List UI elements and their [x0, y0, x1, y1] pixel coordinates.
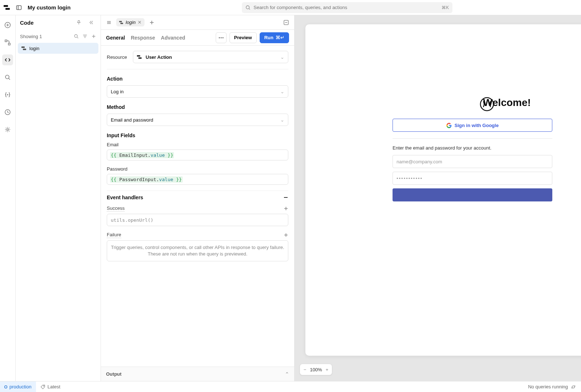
svg-rect-9 — [5, 40, 7, 42]
preview-logo-icon — [480, 97, 494, 111]
chevron-up-icon: ⌃ — [285, 371, 289, 377]
subtab-advanced[interactable]: Advanced — [161, 35, 185, 41]
left-rail — [0, 15, 16, 381]
editor-subtabs: General Response Advanced Preview Run⌘↵ — [101, 30, 294, 46]
divider — [393, 138, 552, 139]
success-handler-input[interactable]: utils.openUrl() — [107, 214, 288, 226]
svg-rect-2 — [17, 5, 21, 9]
svg-point-11 — [5, 75, 9, 79]
collapse-event-handlers-icon[interactable] — [283, 195, 288, 200]
svg-point-47 — [43, 385, 44, 386]
zoom-value: 100% — [310, 367, 322, 372]
email-label: Email — [107, 142, 288, 147]
run-button[interactable]: Run⌘↵ — [260, 32, 289, 43]
rail-search-icon[interactable] — [2, 72, 13, 83]
input-fields-label: Input Fields — [107, 132, 288, 138]
svg-point-4 — [246, 5, 249, 9]
close-tab-icon[interactable]: ✕ — [138, 20, 142, 25]
code-add-icon[interactable] — [91, 34, 96, 39]
editor-panel: login ✕ General Response Advanced Previe… — [101, 15, 294, 381]
code-panel-header: Code — [16, 15, 101, 30]
code-list: login — [16, 43, 101, 54]
code-item-login[interactable]: login — [18, 43, 98, 54]
rail-data-icon[interactable] — [2, 89, 13, 100]
pin-icon[interactable] — [74, 17, 84, 28]
preview-email-input[interactable]: name@company.com — [393, 155, 552, 168]
svg-point-17 — [74, 34, 77, 37]
resource-icon — [137, 55, 142, 59]
panel-toggle-icon[interactable] — [14, 3, 24, 13]
editor-tab-label: login — [126, 20, 135, 25]
code-panel-title: Code — [20, 20, 34, 26]
resource-select[interactable]: User Action ⌄ — [133, 51, 288, 63]
search-input[interactable] — [253, 5, 439, 10]
svg-rect-30 — [121, 23, 123, 24]
svg-rect-25 — [23, 49, 26, 50]
more-actions-button[interactable] — [216, 32, 227, 43]
preview-frame: Welcome! Sign in with Google Enter the e… — [305, 24, 581, 356]
success-label: Success — [107, 205, 125, 212]
preview-password-input[interactable]: ••••••••••• — [393, 172, 552, 185]
refresh-icon[interactable] — [571, 384, 576, 389]
failure-handler-placeholder[interactable]: Trigger queries, control components, or … — [107, 240, 288, 261]
google-icon — [446, 123, 452, 128]
topbar-left: My custom login — [4, 3, 70, 13]
action-select[interactable]: Log in ⌄ — [107, 85, 288, 98]
zoom-out-icon[interactable]: − — [304, 367, 306, 372]
version-latest[interactable]: Latest — [36, 384, 65, 389]
add-tab-icon[interactable] — [147, 17, 157, 28]
svg-point-36 — [220, 37, 222, 38]
google-signin-button[interactable]: Sign in with Google — [393, 119, 552, 132]
editor-tabs: login ✕ — [101, 15, 294, 30]
subtab-response[interactable]: Response — [131, 35, 155, 41]
email-expression-input[interactable]: {{ EmailInput.value }} — [107, 150, 288, 160]
resource-label: Resource — [107, 54, 129, 60]
rail-settings-icon[interactable] — [2, 124, 13, 135]
collapse-editor-icon[interactable] — [281, 17, 291, 28]
rail-history-icon[interactable] — [2, 107, 13, 118]
svg-point-45 — [480, 98, 493, 111]
tag-icon — [40, 384, 45, 389]
output-bar[interactable]: Output ⌃ — [101, 367, 294, 381]
svg-rect-1 — [5, 8, 10, 10]
collapse-left-icon[interactable] — [86, 17, 96, 28]
code-panel-sub: Showing 1 — [16, 30, 101, 43]
zoom-in-icon[interactable]: + — [326, 367, 329, 372]
preview-button[interactable]: Preview — [229, 32, 257, 43]
editor-tab-login[interactable]: login ✕ — [116, 18, 145, 26]
editor-body: Resource User Action ⌄ Action Log in ⌄ M… — [101, 46, 294, 367]
event-handlers-header: Event handlers — [107, 191, 288, 200]
showing-count: Showing 1 — [20, 34, 42, 39]
add-failure-handler-icon[interactable] — [284, 233, 288, 237]
svg-rect-38 — [137, 55, 140, 57]
svg-rect-10 — [8, 43, 10, 45]
svg-point-35 — [219, 37, 220, 38]
add-success-handler-icon[interactable] — [284, 206, 288, 211]
search-icon — [245, 5, 251, 10]
code-filter-icon[interactable] — [82, 34, 88, 39]
svg-point-13 — [7, 94, 8, 95]
env-badge[interactable]: production — [0, 381, 36, 392]
rail-tree-icon[interactable] — [2, 37, 13, 48]
subtab-general[interactable]: General — [106, 35, 125, 41]
preview-signin-button[interactable] — [393, 188, 552, 201]
password-label: Password — [107, 166, 288, 172]
svg-line-5 — [249, 8, 250, 9]
svg-rect-29 — [119, 21, 122, 22]
rail-add-icon[interactable] — [2, 20, 13, 30]
svg-point-15 — [7, 129, 9, 131]
code-panel: Code Showing 1 login — [16, 15, 101, 381]
method-select[interactable]: Email and password ⌄ — [107, 114, 288, 126]
failure-label: Failure — [107, 232, 121, 238]
password-expression-input[interactable]: {{ PasswordInput.value }} — [107, 174, 288, 185]
rail-code-icon[interactable] — [2, 54, 13, 65]
resource-value: User Action — [146, 54, 172, 60]
global-search[interactable]: ⌘K — [242, 2, 452, 13]
statusbar: production Latest No queries running — [0, 381, 581, 392]
tabs-menu-icon[interactable] — [104, 17, 114, 28]
app-logo-icon — [4, 4, 10, 11]
code-search-icon[interactable] — [74, 34, 79, 39]
chevron-down-icon: ⌄ — [280, 117, 284, 123]
action-value: Log in — [111, 89, 123, 94]
event-handlers-label: Event handlers — [107, 195, 143, 200]
